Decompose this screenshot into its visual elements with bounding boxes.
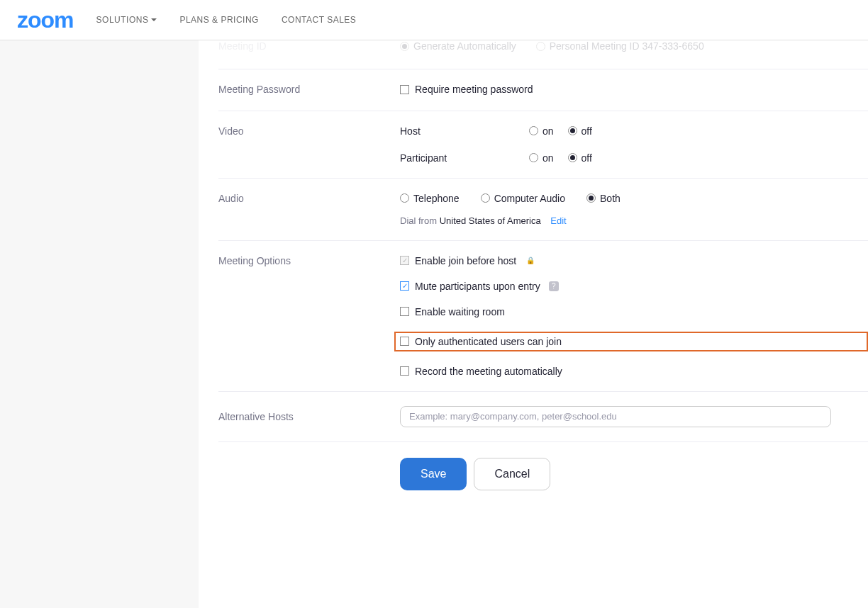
radio-audio-both-label: Both	[600, 193, 621, 204]
radio-circle-icon	[529, 153, 538, 162]
radio-circle-icon	[400, 193, 409, 203]
nav-contact-sales[interactable]: CONTACT SALES	[282, 15, 356, 25]
checkbox-only-authenticated-label: Only authenticated users can join	[415, 336, 562, 347]
radio-circle-icon	[529, 126, 538, 135]
video-host-label: Host	[400, 125, 529, 137]
radio-on-label: on	[542, 125, 554, 137]
checkbox-icon	[400, 281, 409, 291]
video-label: Video	[218, 125, 400, 137]
audio-label: Audio	[218, 193, 400, 204]
top-bar: zoom SOLUTIONS PLANS & PRICING CONTACT S…	[0, 0, 868, 40]
nav-plans[interactable]: PLANS & PRICING	[179, 15, 259, 25]
meeting-options-label: Meeting Options	[218, 255, 400, 266]
radio-circle-icon	[536, 42, 545, 51]
radio-participant-video-off[interactable]: off	[568, 152, 592, 164]
checkbox-join-before-host[interactable]: Enable join before host 🔒	[400, 255, 868, 266]
checkbox-only-authenticated[interactable]: Only authenticated users can join	[400, 336, 562, 347]
radio-off-label: off	[582, 125, 592, 137]
dial-from-prefix: Dial from	[400, 215, 440, 226]
checkbox-require-password-label: Require meeting password	[415, 84, 533, 95]
meeting-id-label: Meeting ID	[218, 40, 400, 52]
radio-off-label: off	[582, 152, 592, 164]
checkbox-record-automatically[interactable]: Record the meeting automatically	[400, 366, 868, 377]
checkbox-icon	[400, 256, 409, 265]
meeting-password-label: Meeting Password	[218, 84, 400, 95]
section-alternative-hosts: Alternative Hosts	[218, 392, 868, 442]
main-content: Meeting ID Generate Automatically Person…	[199, 40, 868, 608]
info-icon: ?	[549, 281, 559, 291]
radio-host-video-on[interactable]: on	[529, 125, 554, 137]
video-participant-row: Participant on off	[400, 152, 868, 164]
dial-from-country: United States of America	[440, 215, 541, 226]
sidebar	[0, 40, 199, 608]
radio-host-video-off[interactable]: off	[568, 125, 592, 137]
alternative-hosts-label: Alternative Hosts	[218, 411, 400, 422]
alternative-hosts-input[interactable]	[400, 406, 831, 427]
radio-circle-icon	[568, 126, 577, 135]
radio-circle-icon	[400, 42, 409, 51]
section-meeting-id: Meeting ID Generate Automatically Person…	[218, 40, 868, 69]
top-nav: SOLUTIONS PLANS & PRICING CONTACT SALES	[96, 15, 357, 25]
chevron-down-icon	[151, 18, 157, 21]
radio-generate-auto-label: Generate Automatically	[413, 40, 516, 52]
checkbox-icon	[400, 366, 409, 376]
page: Meeting ID Generate Automatically Person…	[0, 40, 868, 608]
radio-audio-both[interactable]: Both	[586, 193, 621, 204]
lock-icon: 🔒	[526, 257, 535, 264]
checkbox-record-automatically-label: Record the meeting automatically	[415, 366, 562, 377]
save-button[interactable]: Save	[400, 458, 467, 490]
radio-audio-computer-label: Computer Audio	[494, 193, 565, 204]
radio-generate-auto[interactable]: Generate Automatically	[400, 40, 516, 52]
checkbox-icon	[400, 307, 409, 316]
checkbox-mute-participants-label: Mute participants upon entry	[415, 281, 540, 292]
meeting-id-options: Generate Automatically Personal Meeting …	[400, 40, 868, 55]
checkbox-icon	[400, 85, 409, 94]
radio-circle-icon	[586, 193, 596, 203]
checkbox-mute-participants[interactable]: Mute participants upon entry ?	[400, 281, 868, 292]
checkbox-require-password[interactable]: Require meeting password	[400, 84, 533, 95]
radio-personal-meeting-id[interactable]: Personal Meeting ID 347-333-6650	[536, 40, 704, 52]
highlighted-option: Only authenticated users can join	[394, 332, 868, 351]
checkbox-enable-waiting-room[interactable]: Enable waiting room	[400, 306, 868, 317]
dial-from-row: Dial from United States of America Edit	[400, 215, 868, 226]
nav-solutions-label: SOLUTIONS	[96, 15, 149, 25]
section-meeting-password: Meeting Password Require meeting passwor…	[218, 69, 868, 111]
edit-dial-link[interactable]: Edit	[550, 215, 566, 226]
zoom-logo: zoom	[17, 9, 74, 31]
radio-personal-meeting-id-label: Personal Meeting ID 347-333-6650	[550, 40, 704, 52]
nav-solutions[interactable]: SOLUTIONS	[96, 15, 157, 25]
radio-audio-telephone-label: Telephone	[413, 193, 460, 204]
cancel-button[interactable]: Cancel	[474, 458, 550, 490]
radio-circle-icon	[481, 193, 490, 203]
radio-audio-telephone[interactable]: Telephone	[400, 193, 460, 204]
section-meeting-options: Meeting Options Enable join before host …	[218, 241, 868, 392]
checkbox-join-before-host-label: Enable join before host	[415, 255, 516, 266]
radio-on-label: on	[542, 152, 554, 164]
checkbox-enable-waiting-room-label: Enable waiting room	[415, 306, 505, 317]
radio-circle-icon	[568, 153, 577, 162]
form-buttons: Save Cancel	[400, 458, 868, 490]
section-video: Video Host on off	[218, 111, 868, 179]
video-host-row: Host on off	[400, 125, 868, 137]
radio-audio-computer[interactable]: Computer Audio	[481, 193, 565, 204]
radio-participant-video-on[interactable]: on	[529, 152, 554, 164]
checkbox-icon	[400, 337, 409, 346]
section-audio: Audio Telephone Computer Audio	[218, 179, 868, 241]
video-participant-label: Participant	[400, 152, 529, 164]
